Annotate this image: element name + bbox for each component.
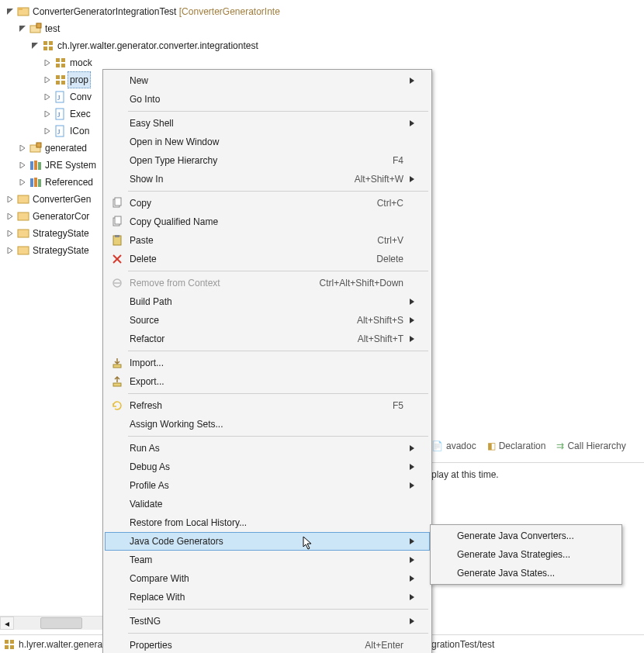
tree-label: StrategyState bbox=[33, 243, 89, 258]
menu-item-label: Go Into bbox=[126, 94, 408, 105]
menu-item-team[interactable]: Team bbox=[105, 551, 430, 569]
menu-item-delete[interactable]: DeleteDelete bbox=[105, 250, 430, 268]
menu-item-label: TestNG bbox=[126, 616, 408, 627]
menu-item-java-code-generators[interactable]: Java Code Generators bbox=[105, 532, 430, 551]
tree-label: StrategyState bbox=[33, 226, 89, 241]
menu-item-label: Replace With bbox=[126, 592, 408, 603]
menu-item-restore-from-local-history[interactable]: Restore from Local History... bbox=[105, 513, 430, 532]
svg-text:J: J bbox=[57, 111, 61, 119]
source-folder-icon bbox=[29, 142, 42, 154]
submenu-arrow-icon bbox=[408, 336, 416, 342]
tab-declaration[interactable]: ◧ Declaration bbox=[487, 441, 546, 451]
collapse-arrow-icon[interactable] bbox=[42, 57, 53, 68]
collapse-arrow-icon[interactable] bbox=[17, 143, 28, 154]
java-file-icon: J bbox=[54, 108, 67, 120]
collapse-arrow-icon[interactable] bbox=[5, 228, 16, 239]
collapse-arrow-icon[interactable] bbox=[5, 245, 16, 256]
menu-item-refactor[interactable]: RefactorAlt+Shift+T bbox=[105, 330, 430, 348]
expand-arrow-icon[interactable] bbox=[29, 40, 40, 51]
export-icon bbox=[108, 375, 126, 388]
svg-rect-35 bbox=[10, 640, 14, 644]
menu-item-copy[interactable]: CopyCtrl+C bbox=[105, 194, 430, 212]
menu-item-paste[interactable]: PasteCtrl+V bbox=[105, 231, 430, 250]
menu-item-label: Export... bbox=[126, 376, 408, 387]
menu-separator bbox=[128, 609, 428, 610]
menu-item-run-as[interactable]: Run As bbox=[105, 439, 430, 458]
submenu-arrow-icon bbox=[408, 317, 416, 323]
menu-item-label: Show In bbox=[126, 174, 355, 185]
submenu-item-generate-java-states[interactable]: Generate Java States... bbox=[432, 564, 620, 582]
submenu-arrow-icon bbox=[408, 538, 416, 544]
menu-item-refresh[interactable]: RefreshF5 bbox=[105, 396, 430, 415]
collapse-arrow-icon[interactable] bbox=[42, 74, 53, 85]
copyq-icon bbox=[108, 216, 126, 228]
menu-item-label: Paste bbox=[126, 235, 377, 246]
menu-item-profile-as[interactable]: Profile As bbox=[105, 476, 430, 495]
tree-label: generated bbox=[45, 140, 87, 156]
java-file-icon: J bbox=[54, 125, 67, 137]
menu-item-compare-with[interactable]: Compare With bbox=[105, 569, 430, 588]
menu-item-open-in-new-window[interactable]: Open in New Window bbox=[105, 133, 430, 151]
menu-item-replace-with[interactable]: Replace With bbox=[105, 588, 430, 606]
expand-arrow-icon[interactable] bbox=[5, 6, 16, 17]
menu-item-label: Remove from Context bbox=[126, 278, 320, 288]
tab-javadoc[interactable]: 📄 avadoc bbox=[431, 441, 476, 451]
menu-separator bbox=[128, 393, 428, 394]
tab-call-hierarchy[interactable]: ⇉ Call Hierarchy bbox=[556, 441, 625, 451]
menu-item-copy-qualified-name[interactable]: Copy Qualified Name bbox=[105, 212, 430, 231]
menu-item-label: Copy bbox=[126, 198, 377, 209]
svg-rect-43 bbox=[115, 235, 119, 237]
menu-separator bbox=[128, 351, 428, 351]
menu-item-label: Refresh bbox=[126, 400, 393, 411]
menu-item-build-path[interactable]: Build Path bbox=[105, 292, 430, 311]
menu-item-assign-working-sets[interactable]: Assign Working Sets... bbox=[105, 415, 430, 434]
collapse-arrow-icon[interactable] bbox=[42, 126, 53, 136]
collapse-arrow-icon[interactable] bbox=[5, 211, 16, 222]
svg-rect-11 bbox=[61, 64, 65, 67]
submenu-item-label: Generate Java Converters... bbox=[454, 530, 606, 541]
expand-arrow-icon[interactable] bbox=[17, 23, 28, 34]
menu-item-go-into[interactable]: Go Into bbox=[105, 90, 430, 109]
menu-item-open-type-hierarchy[interactable]: Open Type HierarchyF4 bbox=[105, 151, 430, 170]
menu-item-source[interactable]: SourceAlt+Shift+S bbox=[105, 311, 430, 330]
package-icon bbox=[42, 40, 54, 52]
svg-rect-36 bbox=[5, 645, 9, 649]
menu-item-debug-as[interactable]: Debug As bbox=[105, 458, 430, 476]
menu-item-testng[interactable]: TestNG bbox=[105, 612, 430, 631]
collapse-arrow-icon[interactable] bbox=[17, 160, 28, 171]
menu-item-import[interactable]: Import... bbox=[105, 354, 430, 372]
svg-rect-34 bbox=[5, 640, 9, 644]
library-icon bbox=[29, 159, 42, 171]
menu-item-validate[interactable]: Validate bbox=[105, 495, 430, 513]
collapse-arrow-icon[interactable] bbox=[17, 177, 28, 188]
svg-rect-27 bbox=[30, 178, 33, 187]
scroll-left-button[interactable]: ◂ bbox=[0, 617, 14, 630]
svg-rect-26 bbox=[38, 162, 41, 170]
svg-rect-48 bbox=[113, 365, 121, 368]
submenu-item-generate-java-strategies[interactable]: Generate Java Strategies... bbox=[432, 545, 620, 564]
menu-item-export[interactable]: Export... bbox=[105, 372, 430, 391]
scroll-thumb[interactable] bbox=[40, 617, 82, 629]
collapse-arrow-icon[interactable] bbox=[5, 194, 16, 205]
collapse-arrow-icon[interactable] bbox=[42, 109, 53, 119]
package-icon bbox=[54, 57, 67, 69]
tree-node-package[interactable]: ch.lyrer.walter.generator.converter.inte… bbox=[5, 37, 644, 54]
menu-item-easy-shell[interactable]: Easy Shell bbox=[105, 114, 430, 133]
tree-root[interactable]: ConverterGeneratorIntegrationTest [Conve… bbox=[5, 3, 644, 20]
delete-icon bbox=[108, 253, 126, 265]
tree-node-test[interactable]: test bbox=[5, 20, 644, 37]
menu-item-label: Delete bbox=[126, 254, 376, 264]
menu-item-new[interactable]: New bbox=[105, 71, 430, 90]
menu-item-label: Import... bbox=[126, 358, 408, 368]
tree-label: ch.lyrer.walter.generator.converter.inte… bbox=[57, 38, 258, 54]
submenu-arrow-icon bbox=[408, 176, 416, 182]
menu-item-label: Run As bbox=[126, 443, 408, 454]
menu-item-label: Properties bbox=[126, 640, 365, 651]
project-icon bbox=[17, 244, 29, 257]
menu-item-properties[interactable]: PropertiesAlt+Enter bbox=[105, 636, 430, 653]
submenu-item-generate-java-converters[interactable]: Generate Java Converters... bbox=[432, 527, 620, 545]
tab-label: avadoc bbox=[446, 441, 476, 451]
svg-rect-14 bbox=[56, 81, 60, 85]
menu-item-show-in[interactable]: Show InAlt+Shift+W bbox=[105, 170, 430, 188]
collapse-arrow-icon[interactable] bbox=[42, 92, 53, 102]
